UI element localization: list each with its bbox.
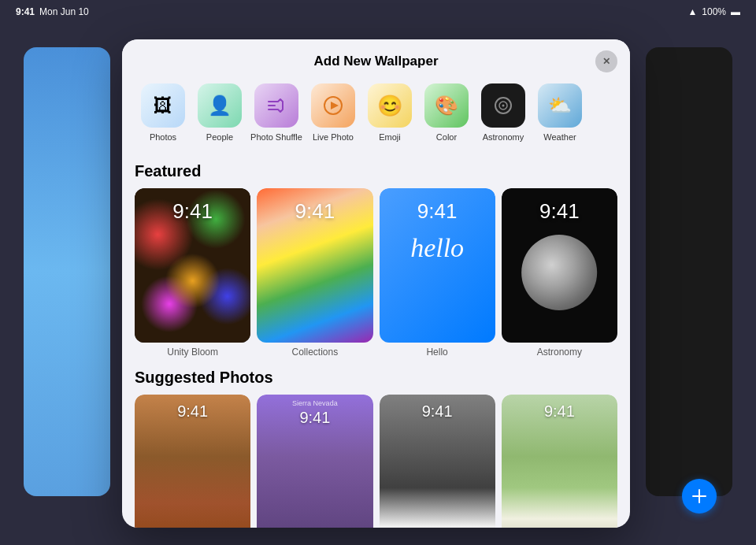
photo-shuffle-icon <box>254 83 298 128</box>
astronomy-icon <box>481 83 525 128</box>
featured-astronomy[interactable]: 9:41 Astronomy <box>502 188 617 358</box>
color-label: Color <box>436 132 457 142</box>
astronomy-label: Astronomy <box>483 132 524 142</box>
photos-icon: 🖼 <box>141 83 185 128</box>
category-color[interactable]: 🎨 Color <box>418 83 475 142</box>
bg-wallpaper-right[interactable] <box>646 47 732 496</box>
status-time: 9:41 <box>16 6 35 17</box>
color-icon: 🎨 <box>424 83 469 128</box>
people-icon: 👤 <box>198 83 242 128</box>
suggested-photo-sheep[interactable]: 9:41 <box>502 395 617 528</box>
ocean-rocks-thumb: 9:41 <box>380 395 495 528</box>
featured-section: Featured 9:41 Unity Bloom <box>135 162 617 358</box>
suggested-photo-desert[interactable]: 9:41 <box>135 395 250 528</box>
astronomy-label-text: Astronomy <box>502 347 617 358</box>
battery-percentage: 100% <box>702 6 726 17</box>
featured-unity-bloom[interactable]: 9:41 Unity Bloom <box>135 188 250 358</box>
category-list: 🖼 Photos 👤 People Photo Shuffle <box>122 77 630 151</box>
status-indicators: ▲ 100% ▬ <box>687 6 740 17</box>
category-astronomy[interactable]: Astronomy <box>475 83 532 142</box>
suggested-photo-purple[interactable]: Sierra Nevada 9:41 <box>257 395 372 528</box>
status-bar: 9:41 Mon Jun 10 ▲ 100% ▬ <box>0 6 756 17</box>
close-icon: ✕ <box>602 56 610 67</box>
status-date: Mon Jun 10 <box>39 6 89 17</box>
emoji-label: Emoji <box>379 132 401 142</box>
desert-time: 9:41 <box>177 402 208 421</box>
unity-bloom-label: Unity Bloom <box>135 347 250 358</box>
bg-wallpaper-left[interactable] <box>24 47 110 496</box>
unity-time: 9:41 <box>172 199 213 224</box>
add-wallpaper-button[interactable] <box>682 479 717 513</box>
hello-time: 9:41 <box>417 199 458 224</box>
desert-thumb: 9:41 <box>135 395 250 528</box>
ocean-time: 9:41 <box>422 402 453 421</box>
featured-grid: 9:41 Unity Bloom 9:41 Collections <box>135 188 617 358</box>
featured-hello[interactable]: 9:41 hello Hello <box>380 188 495 358</box>
live-photo-icon <box>311 83 355 128</box>
suggested-photos-grid: 9:41 Sierra Nevada 9:41 9:41 <box>135 395 617 528</box>
close-button[interactable]: ✕ <box>595 50 617 72</box>
photos-label: Photos <box>150 132 176 142</box>
astronomy-time-label: 9:41 <box>539 199 580 224</box>
suggested-photo-ocean[interactable]: 9:41 <box>380 395 495 528</box>
suggested-photos-title: Suggested Photos <box>135 369 617 387</box>
sheep-time: 9:41 <box>544 402 575 421</box>
astronomy-thumb: 9:41 <box>502 188 617 343</box>
weather-icon: ⛅ <box>538 83 582 128</box>
category-photos[interactable]: 🖼 Photos <box>135 83 191 142</box>
svg-marker-1 <box>331 102 339 109</box>
category-weather[interactable]: ⛅ Weather <box>532 83 588 142</box>
featured-title: Featured <box>135 162 617 180</box>
suggested-photos-section: Suggested Photos 9:41 Sierra Nevada 9:41 <box>135 369 617 528</box>
category-people[interactable]: 👤 People <box>191 83 248 142</box>
battery-icon: ▬ <box>731 6 740 17</box>
emoji-icon: 😊 <box>368 83 412 128</box>
hello-label: Hello <box>380 347 495 358</box>
collections-thumb: 9:41 <box>257 188 372 343</box>
live-photo-label: Live Photo <box>313 132 354 142</box>
category-emoji[interactable]: 😊 Emoji <box>361 83 418 142</box>
weather-label: Weather <box>543 132 576 142</box>
purple-time: 9:41 <box>299 409 330 427</box>
svg-point-4 <box>502 105 505 107</box>
category-photo-shuffle[interactable]: Photo Shuffle <box>248 83 305 142</box>
collections-label: Collections <box>257 347 372 358</box>
modal-title: Add New Wallpaper <box>313 54 438 69</box>
collections-time: 9:41 <box>295 199 335 224</box>
unity-bloom-thumb: 9:41 <box>135 188 250 343</box>
hello-thumb: 9:41 hello <box>380 188 495 343</box>
purple-hills-thumb: Sierra Nevada 9:41 <box>257 395 372 528</box>
modal-header: Add New Wallpaper ✕ <box>122 39 630 77</box>
add-wallpaper-modal: Add New Wallpaper ✕ 🖼 Photos 👤 People <box>122 39 630 528</box>
category-live-photo[interactable]: Live Photo <box>305 83 361 142</box>
hello-text: hello <box>410 233 464 263</box>
featured-collections[interactable]: 9:41 Collections <box>257 188 372 358</box>
modal-content: Featured 9:41 Unity Bloom <box>122 151 630 528</box>
wifi-icon: ▲ <box>687 6 697 17</box>
photo-shuffle-label: Photo Shuffle <box>250 132 302 142</box>
sierra-nevada-location: Sierra Nevada <box>292 399 338 407</box>
sheep-thumb: 9:41 <box>502 395 617 528</box>
people-label: People <box>206 132 233 142</box>
